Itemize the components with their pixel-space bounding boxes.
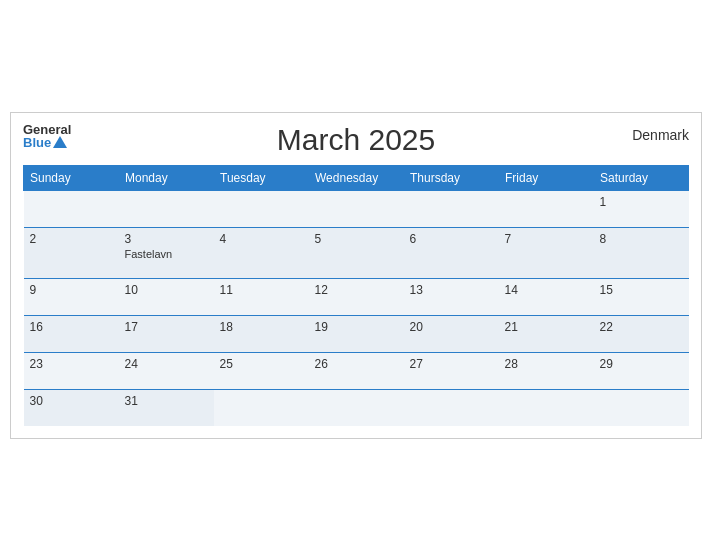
country-label: Denmark (632, 127, 689, 143)
week-row-5: 23242526272829 (24, 352, 689, 389)
day-number: 26 (315, 357, 398, 371)
calendar-cell (24, 190, 119, 227)
day-number: 31 (125, 394, 208, 408)
calendar-cell (214, 190, 309, 227)
week-row-4: 16171819202122 (24, 315, 689, 352)
event-label: Fastelavn (125, 248, 208, 260)
day-number: 21 (505, 320, 588, 334)
calendar-cell (499, 389, 594, 426)
day-number: 1 (600, 195, 683, 209)
calendar-cell: 26 (309, 352, 404, 389)
weekday-header-wednesday: Wednesday (309, 165, 404, 190)
calendar-cell: 6 (404, 227, 499, 278)
calendar-cell (499, 190, 594, 227)
day-number: 12 (315, 283, 398, 297)
weekday-header-tuesday: Tuesday (214, 165, 309, 190)
logo-blue-text: Blue (23, 136, 71, 149)
day-number: 25 (220, 357, 303, 371)
day-number: 23 (30, 357, 113, 371)
calendar-cell: 5 (309, 227, 404, 278)
day-number: 28 (505, 357, 588, 371)
calendar-cell: 29 (594, 352, 689, 389)
day-number: 10 (125, 283, 208, 297)
calendar-cell: 16 (24, 315, 119, 352)
day-number: 19 (315, 320, 398, 334)
calendar-cell: 22 (594, 315, 689, 352)
calendar-cell: 20 (404, 315, 499, 352)
logo: General Blue (23, 123, 71, 149)
day-number: 24 (125, 357, 208, 371)
day-number: 9 (30, 283, 113, 297)
calendar-cell: 19 (309, 315, 404, 352)
calendar-cell: 7 (499, 227, 594, 278)
weekday-header-row: SundayMondayTuesdayWednesdayThursdayFrid… (24, 165, 689, 190)
day-number: 3 (125, 232, 208, 246)
calendar-cell: 10 (119, 278, 214, 315)
calendar-cell: 17 (119, 315, 214, 352)
calendar-cell: 3Fastelavn (119, 227, 214, 278)
day-number: 4 (220, 232, 303, 246)
calendar-cell (119, 190, 214, 227)
day-number: 27 (410, 357, 493, 371)
calendar-cell: 4 (214, 227, 309, 278)
calendar-table: SundayMondayTuesdayWednesdayThursdayFrid… (23, 165, 689, 426)
calendar-cell (214, 389, 309, 426)
day-number: 8 (600, 232, 683, 246)
calendar-cell (594, 389, 689, 426)
day-number: 14 (505, 283, 588, 297)
day-number: 11 (220, 283, 303, 297)
calendar-cell: 21 (499, 315, 594, 352)
day-number: 15 (600, 283, 683, 297)
day-number: 5 (315, 232, 398, 246)
day-number: 30 (30, 394, 113, 408)
weekday-header-monday: Monday (119, 165, 214, 190)
weekday-header-saturday: Saturday (594, 165, 689, 190)
calendar-cell: 2 (24, 227, 119, 278)
weekday-header-thursday: Thursday (404, 165, 499, 190)
day-number: 29 (600, 357, 683, 371)
day-number: 6 (410, 232, 493, 246)
calendar-cell: 25 (214, 352, 309, 389)
calendar-header: General Blue March 2025 Denmark (23, 123, 689, 157)
calendar-cell: 9 (24, 278, 119, 315)
calendar-cell: 1 (594, 190, 689, 227)
calendar-cell: 24 (119, 352, 214, 389)
day-number: 22 (600, 320, 683, 334)
day-number: 2 (30, 232, 113, 246)
calendar-cell: 18 (214, 315, 309, 352)
calendar-cell: 14 (499, 278, 594, 315)
week-row-3: 9101112131415 (24, 278, 689, 315)
calendar-cell (404, 190, 499, 227)
calendar-cell: 15 (594, 278, 689, 315)
day-number: 20 (410, 320, 493, 334)
calendar-cell: 31 (119, 389, 214, 426)
weekday-header-friday: Friday (499, 165, 594, 190)
calendar-cell (309, 190, 404, 227)
calendar-cell (309, 389, 404, 426)
calendar-cell: 23 (24, 352, 119, 389)
calendar-cell: 27 (404, 352, 499, 389)
day-number: 18 (220, 320, 303, 334)
day-number: 17 (125, 320, 208, 334)
logo-general-text: General (23, 123, 71, 136)
calendar-cell: 30 (24, 389, 119, 426)
logo-triangle-icon (53, 136, 67, 148)
calendar-cell (404, 389, 499, 426)
week-row-2: 23Fastelavn45678 (24, 227, 689, 278)
calendar-cell: 13 (404, 278, 499, 315)
calendar-container: General Blue March 2025 Denmark SundayMo… (10, 112, 702, 439)
day-number: 7 (505, 232, 588, 246)
calendar-cell: 8 (594, 227, 689, 278)
calendar-title: March 2025 (277, 123, 435, 157)
calendar-cell: 12 (309, 278, 404, 315)
day-number: 16 (30, 320, 113, 334)
weekday-header-sunday: Sunday (24, 165, 119, 190)
calendar-cell: 28 (499, 352, 594, 389)
calendar-cell: 11 (214, 278, 309, 315)
week-row-6: 3031 (24, 389, 689, 426)
week-row-1: 1 (24, 190, 689, 227)
day-number: 13 (410, 283, 493, 297)
